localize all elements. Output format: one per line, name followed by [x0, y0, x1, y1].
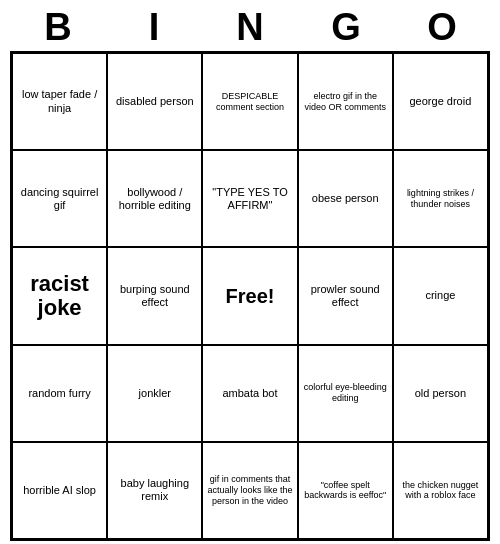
bingo-cell: "coffee spelt backwards is eeffoc"	[298, 442, 393, 539]
bingo-cell: prowler sound effect	[298, 247, 393, 344]
bingo-letter: G	[306, 6, 386, 49]
bingo-cell: electro gif in the video OR comments	[298, 53, 393, 150]
bingo-cell: dancing squirrel gif	[12, 150, 107, 247]
bingo-cell: racist joke	[12, 247, 107, 344]
bingo-cell: disabled person	[107, 53, 202, 150]
bingo-cell: jonkler	[107, 345, 202, 442]
bingo-letter: N	[210, 6, 290, 49]
bingo-cell: random furry	[12, 345, 107, 442]
bingo-cell: colorful eye-bleeding editing	[298, 345, 393, 442]
bingo-cell: lightning strikes / thunder noises	[393, 150, 488, 247]
bingo-cell: ambata bot	[202, 345, 297, 442]
bingo-cell: george droid	[393, 53, 488, 150]
bingo-cell: low taper fade / ninja	[12, 53, 107, 150]
bingo-cell: "TYPE YES TO AFFIRM"	[202, 150, 297, 247]
bingo-grid: low taper fade / ninjadisabled personDES…	[10, 51, 490, 541]
bingo-cell: burping sound effect	[107, 247, 202, 344]
bingo-cell: baby laughing remix	[107, 442, 202, 539]
bingo-cell: bollywood / horrible editing	[107, 150, 202, 247]
bingo-letter: I	[114, 6, 194, 49]
bingo-cell: cringe	[393, 247, 488, 344]
bingo-header: BINGO	[10, 0, 490, 51]
bingo-cell: old person	[393, 345, 488, 442]
bingo-cell: gif in comments that actually looks like…	[202, 442, 297, 539]
bingo-cell: the chicken nugget with a roblox face	[393, 442, 488, 539]
bingo-cell: obese person	[298, 150, 393, 247]
bingo-cell: DESPICABLE comment section	[202, 53, 297, 150]
bingo-letter: O	[402, 6, 482, 49]
bingo-letter: B	[18, 6, 98, 49]
bingo-cell: Free!	[202, 247, 297, 344]
bingo-cell: horrible AI slop	[12, 442, 107, 539]
